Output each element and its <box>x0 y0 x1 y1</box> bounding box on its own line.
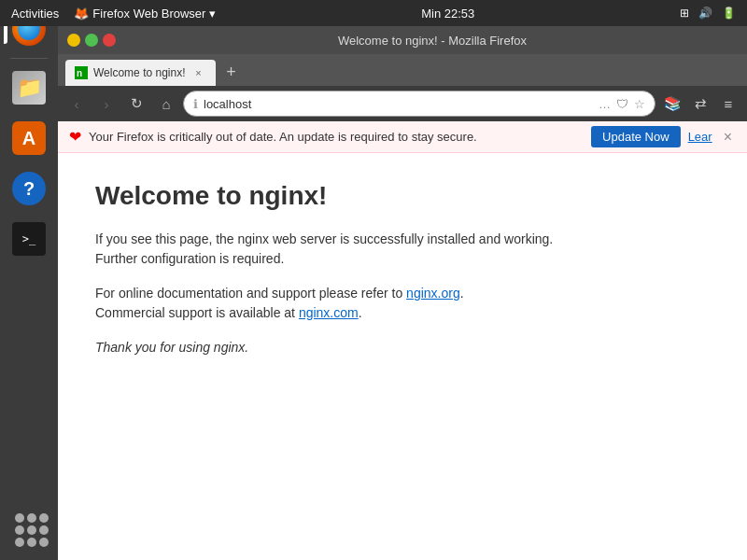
bookmark-star-icon[interactable]: ☆ <box>634 97 645 111</box>
firefox-menu-icon: 🦊 <box>74 7 89 21</box>
page-paragraph-2: For online documentation and support ple… <box>95 284 710 323</box>
network-icon[interactable]: ⊞ <box>680 7 689 20</box>
window-title: Welcome to nginx! - Mozilla Firefox <box>127 34 738 48</box>
page-title: Welcome to nginx! <box>95 181 710 211</box>
reload-button[interactable]: ↻ <box>123 91 149 117</box>
shield-icon[interactable]: 🛡 <box>616 97 628 111</box>
new-tab-button[interactable]: + <box>219 60 244 84</box>
site-info-icon[interactable]: ℹ <box>193 97 198 111</box>
learn-more-link[interactable]: Lear <box>688 130 712 144</box>
taskbar-bottom <box>7 502 51 553</box>
home-button[interactable]: ⌂ <box>153 91 179 117</box>
update-notification-bar: ❤ Your Firefox is critically out of date… <box>58 121 747 153</box>
terminal-icon: >_ <box>12 222 46 256</box>
nginx-org-link[interactable]: nginx.org <box>406 286 460 301</box>
forward-button[interactable]: › <box>93 91 120 117</box>
browser-tab[interactable]: n Welcome to nginx! × <box>65 60 216 86</box>
browser-window: Welcome to nginx! - Mozilla Firefox n We… <box>58 26 747 560</box>
update-bar-close-button[interactable]: × <box>720 127 736 147</box>
update-now-button[interactable]: Update Now <box>591 126 681 147</box>
sync-button[interactable]: ⇄ <box>687 91 713 117</box>
title-bar: Welcome to nginx! - Mozilla Firefox <box>58 26 747 54</box>
app-menu[interactable]: 🦊 Firefox Web Browser ▾ <box>74 7 216 21</box>
page-paragraph-1: If you see this page, the nginx web serv… <box>95 230 710 269</box>
library-button[interactable]: 📚 <box>659 91 685 117</box>
taskbar: A ? >_ <box>0 0 58 560</box>
svg-text:n: n <box>77 68 82 78</box>
taskbar-item-files[interactable] <box>7 65 51 110</box>
page-paragraph-3: Thank you for using nginx. <box>95 338 710 357</box>
address-bar[interactable]: ℹ localhost … 🛡 ☆ <box>183 91 655 117</box>
critical-update-icon: ❤ <box>69 128 81 146</box>
tab-favicon: n <box>75 66 88 79</box>
activities-button[interactable]: Activities <box>11 7 59 21</box>
update-message: Your Firefox is critically out of date. … <box>89 130 584 144</box>
battery-icon[interactable]: 🔋 <box>722 7 736 20</box>
software-icon: A <box>12 121 46 155</box>
close-button[interactable] <box>103 34 116 47</box>
taskbar-item-apps[interactable] <box>7 505 51 550</box>
url-text: localhost <box>204 97 593 111</box>
taskbar-separator <box>10 58 48 59</box>
maximize-button[interactable] <box>85 34 98 47</box>
window-controls <box>67 34 116 47</box>
nginx-com-link[interactable]: nginx.com <box>299 305 359 320</box>
page-content: Welcome to nginx! If you see this page, … <box>58 153 747 560</box>
taskbar-item-terminal[interactable]: >_ <box>7 217 51 261</box>
minimize-button[interactable] <box>67 34 80 47</box>
volume-icon[interactable]: 🔊 <box>698 7 712 20</box>
navigation-bar: ‹ › ↻ ⌂ ℹ localhost … 🛡 ☆ 📚 ⇄ ≡ <box>58 86 747 121</box>
nav-right-buttons: 📚 ⇄ ≡ <box>659 91 741 117</box>
more-icon[interactable]: … <box>599 97 611 111</box>
apps-grid-icon <box>12 511 46 544</box>
tab-label: Welcome to nginx! <box>93 66 186 79</box>
address-bar-icons: … 🛡 ☆ <box>599 97 645 111</box>
back-button[interactable]: ‹ <box>63 91 90 117</box>
clock: Min 22:53 <box>421 7 474 21</box>
tab-close-button[interactable]: × <box>191 65 206 80</box>
files-icon <box>12 71 46 105</box>
ubuntu-top-panel: Activities 🦊 Firefox Web Browser ▾ Min 2… <box>0 0 747 26</box>
tab-bar: n Welcome to nginx! × + <box>58 54 747 86</box>
panel-system-icons: ⊞ 🔊 🔋 <box>680 7 736 20</box>
taskbar-item-software[interactable]: A <box>7 116 51 161</box>
help-icon: ? <box>12 172 46 205</box>
menu-button[interactable]: ≡ <box>715 91 741 117</box>
taskbar-item-help[interactable]: ? <box>7 166 51 211</box>
